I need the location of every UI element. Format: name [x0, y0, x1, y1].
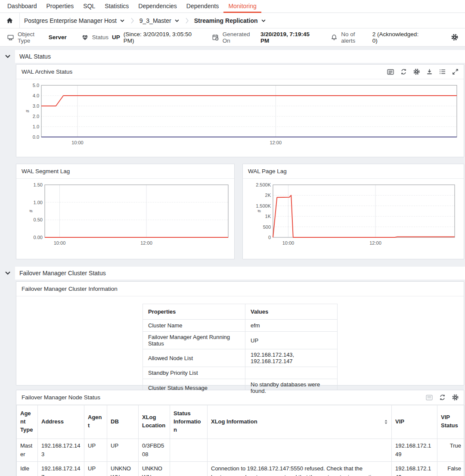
svg-text:1K: 1K: [265, 214, 271, 219]
svg-text:1.00: 1.00: [34, 200, 43, 205]
house-icon: [6, 17, 13, 24]
value-cell: 192.168.172.143, 192.168.172.147: [245, 349, 338, 367]
cell-xlog-location: UNKNOWN: [139, 461, 170, 476]
gear-icon[interactable]: [452, 394, 459, 401]
expand-icon[interactable]: [452, 68, 459, 75]
list-icon[interactable]: [439, 68, 446, 75]
tab-properties[interactable]: Properties: [42, 0, 79, 13]
object-type-item: Object Type Server: [7, 31, 67, 44]
column-header-xlog-information[interactable]: XLog Information: [208, 405, 392, 439]
panel-wal-page-lag: WAL Page Lag 05001K1.500K2K2.500K10:0012…: [242, 164, 464, 259]
svg-text:10:00: 10:00: [71, 140, 84, 145]
column-header-db: DB: [107, 405, 139, 439]
object-type-value: Server: [49, 34, 67, 40]
svg-text:#: #: [28, 209, 34, 212]
svg-text:2.500K: 2.500K: [256, 182, 271, 187]
tab-dashboard[interactable]: Dashboard: [3, 0, 42, 13]
settings-gear-icon[interactable]: [451, 34, 458, 41]
wal-segment-lag-chart: 0.000.501.001.5010:0012:00#: [20, 181, 232, 249]
breadcrumb-host-label: Postgres Enterprise Manager Host: [24, 17, 117, 24]
gear-icon[interactable]: [413, 68, 420, 75]
chevron-down-icon: [261, 18, 266, 23]
status-value: UP: [112, 34, 120, 40]
svg-text:3.0: 3.0: [33, 103, 39, 109]
status-item: Status UP (Since: 3/20/2019, 3:05:50 PM): [81, 31, 197, 44]
section-collapse-icon[interactable]: [5, 53, 11, 59]
value-cell: efm: [245, 320, 338, 332]
svg-text:2K: 2K: [265, 193, 271, 198]
object-type-label: Object Type: [18, 31, 45, 44]
svg-text:12:00: 12:00: [140, 240, 152, 246]
dashboard-content: WAL Status WAL Archive Status 0.01.02.03…: [0, 47, 465, 476]
chevron-right-icon: [184, 17, 189, 25]
breadcrumb: Postgres Enterprise Manager Host 9_3_Mas…: [0, 13, 465, 28]
cell-address: 192.168.172.143: [38, 439, 84, 461]
property-cell: Allowed Node List: [143, 349, 245, 367]
legend-icon: [426, 395, 433, 401]
tab-statistics[interactable]: Statistics: [100, 0, 133, 13]
chevron-right-icon: [130, 17, 135, 25]
svg-text:2.0: 2.0: [33, 114, 39, 119]
svg-text:12:00: 12:00: [369, 240, 381, 246]
cell-db: UNKNOWN: [107, 461, 139, 476]
property-cell: Failover Manager Agent Running Status: [143, 332, 245, 349]
breadcrumb-item-host[interactable]: Postgres Enterprise Manager Host: [20, 17, 129, 24]
section-title: WAL Status: [15, 50, 465, 63]
panel-title: Failover Manager Cluster Information: [22, 286, 118, 292]
chevron-down-icon: [174, 18, 180, 23]
column-header-address: Address: [38, 405, 84, 439]
cell-vip: 192.168.172.149: [392, 439, 437, 461]
breadcrumb-server-label: 9_3_Master: [140, 17, 171, 24]
node-status-table: Agent Type Address Agent DB XLog Locatio…: [16, 405, 465, 476]
breadcrumb-dashboard-label: Streaming Replication: [194, 17, 258, 24]
legend-icon[interactable]: [387, 69, 394, 75]
tab-sql[interactable]: SQL: [78, 0, 100, 13]
panel-cluster-information: Failover Manager Cluster Information Pro…: [16, 281, 464, 386]
svg-text:1.50: 1.50: [34, 182, 43, 187]
table-row: Cluster Name efm: [143, 320, 338, 332]
tab-monitoring[interactable]: Monitoring: [223, 0, 261, 13]
calendar-clock-icon: [212, 34, 219, 41]
status-bar: Object Type Server Status UP (Since: 3/2…: [0, 28, 465, 47]
cell-status-information: [170, 461, 208, 476]
column-header-vip: VIP: [392, 405, 437, 439]
status-label: Status: [92, 34, 108, 40]
tab-bar: Dashboard Properties SQL Statistics Depe…: [0, 0, 465, 13]
table-row-idle: Idle 192.168.172.147 UP UNKNOWN UNKNOWN …: [17, 461, 465, 476]
refresh-icon[interactable]: [400, 68, 407, 75]
wal-archive-status-chart: 0.01.02.03.04.05.010:0012:00#: [20, 82, 461, 147]
generated-label: Generated On: [223, 31, 257, 44]
tab-dependents[interactable]: Dependents: [182, 0, 224, 13]
panel-title: WAL Page Lag: [248, 168, 287, 174]
refresh-icon[interactable]: [439, 394, 446, 401]
cell-xlog-location: 0/3FBD508: [139, 439, 170, 461]
tab-dependencies[interactable]: Dependencies: [133, 0, 182, 13]
svg-text:1.500K: 1.500K: [256, 203, 271, 208]
panel-wal-segment-lag: WAL Segment Lag 0.000.501.001.5010:0012:…: [16, 164, 235, 259]
svg-text:#: #: [257, 209, 262, 212]
download-icon[interactable]: [426, 68, 433, 75]
svg-text:0.00: 0.00: [34, 235, 43, 240]
wal-page-lag-chart: 05001K1.500K2K2.500K10:0012:00#: [246, 181, 459, 249]
svg-text:10:00: 10:00: [54, 240, 66, 246]
section-collapse-icon[interactable]: [5, 270, 11, 276]
column-header: Properties: [143, 304, 245, 320]
panel-wal-archive-status: WAL Archive Status 0.01.02.03.04.05.010:…: [16, 64, 464, 157]
breadcrumb-item-server[interactable]: 9_3_Master: [135, 17, 184, 24]
table-row: Standby Priority List: [143, 367, 338, 379]
cell-agent-type: Master: [17, 439, 38, 461]
panel-node-status: Failover Manager Node Status Agent Type …: [16, 390, 464, 476]
value-cell: [245, 367, 338, 379]
monitor-icon: [7, 34, 14, 41]
sort-icon[interactable]: [384, 419, 388, 425]
alerts-label: No of alerts: [341, 31, 369, 44]
svg-text:10:00: 10:00: [282, 240, 294, 246]
svg-text:5.0: 5.0: [33, 83, 39, 88]
value-cell: UP: [245, 332, 338, 349]
column-header-agent: Agent: [84, 405, 107, 439]
cell-vip: 192.168.172.149: [392, 461, 437, 476]
column-header-xlog-location: XLog Location: [139, 405, 170, 439]
section-failover-cluster-status: Failover Manager Cluster Status: [0, 267, 465, 280]
breadcrumb-item-dashboard[interactable]: Streaming Replication: [190, 17, 270, 24]
home-icon[interactable]: [0, 13, 20, 28]
